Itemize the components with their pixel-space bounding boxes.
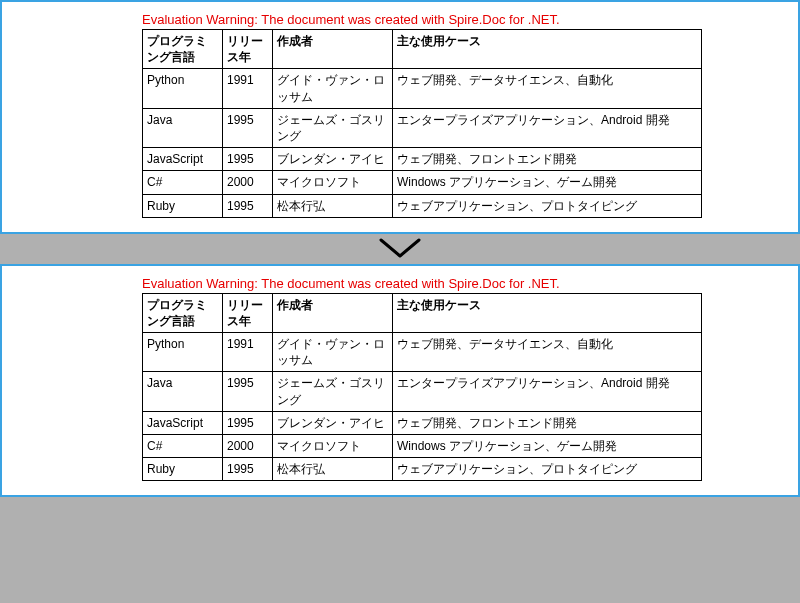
- cell-use: Windows アプリケーション、ゲーム開発: [393, 435, 702, 458]
- cell-creator: マイクロソフト: [273, 171, 393, 194]
- cell-year: 1995: [223, 458, 273, 481]
- cell-year: 2000: [223, 171, 273, 194]
- cell-year: 2000: [223, 435, 273, 458]
- cell-creator: 松本行弘: [273, 194, 393, 217]
- cell-use: ウェブ開発、フロントエンド開発: [393, 411, 702, 434]
- evaluation-warning: Evaluation Warning: The document was cre…: [142, 276, 778, 291]
- document-panel-before: Evaluation Warning: The document was cre…: [0, 0, 800, 234]
- cell-use: ウェブ開発、フロントエンド開発: [393, 148, 702, 171]
- programming-languages-table: プログラミング言語 リリース年 作成者 主な使用ケース Python 1991 …: [142, 29, 702, 218]
- cell-use: Windows アプリケーション、ゲーム開発: [393, 171, 702, 194]
- table-row: Ruby 1995 松本行弘 ウェブアプリケーション、プロトタイピング: [143, 194, 702, 217]
- header-use: 主な使用ケース: [393, 293, 702, 332]
- table-row: JavaScript 1995 ブレンダン・アイヒ ウェブ開発、フロントエンド開…: [143, 411, 702, 434]
- cell-year: 1995: [223, 194, 273, 217]
- cell-creator: ジェームズ・ゴスリング: [273, 108, 393, 147]
- cell-lang: C#: [143, 171, 223, 194]
- cell-creator: ブレンダン・アイヒ: [273, 148, 393, 171]
- cell-lang: Python: [143, 69, 223, 108]
- cell-creator: グイド・ヴァン・ロッサム: [273, 333, 393, 372]
- table-row: JavaScript 1995 ブレンダン・アイヒ ウェブ開発、フロントエンド開…: [143, 148, 702, 171]
- cell-lang: JavaScript: [143, 411, 223, 434]
- cell-lang: C#: [143, 435, 223, 458]
- table-row: Ruby 1995 松本行弘 ウェブアプリケーション、プロトタイピング: [143, 458, 702, 481]
- document-panel-after: Evaluation Warning: The document was cre…: [0, 264, 800, 498]
- header-use: 主な使用ケース: [393, 30, 702, 69]
- cell-lang: Java: [143, 372, 223, 411]
- cell-use: ウェブアプリケーション、プロトタイピング: [393, 458, 702, 481]
- table-row: Python 1991 グイド・ヴァン・ロッサム ウェブ開発、データサイエンス、…: [143, 69, 702, 108]
- chevron-down-icon: [377, 236, 423, 262]
- cell-lang: Python: [143, 333, 223, 372]
- cell-lang: Java: [143, 108, 223, 147]
- cell-use: ウェブアプリケーション、プロトタイピング: [393, 194, 702, 217]
- cell-use: ウェブ開発、データサイエンス、自動化: [393, 333, 702, 372]
- cell-year: 1995: [223, 108, 273, 147]
- header-year: リリース年: [223, 30, 273, 69]
- table-row: C# 2000 マイクロソフト Windows アプリケーション、ゲーム開発: [143, 171, 702, 194]
- header-creator: 作成者: [273, 30, 393, 69]
- table-row: Java 1995 ジェームズ・ゴスリング エンタープライズアプリケーション、A…: [143, 372, 702, 411]
- cell-use: エンタープライズアプリケーション、Android 開発: [393, 372, 702, 411]
- evaluation-warning: Evaluation Warning: The document was cre…: [142, 12, 778, 27]
- cell-use: ウェブ開発、データサイエンス、自動化: [393, 69, 702, 108]
- header-lang: プログラミング言語: [143, 30, 223, 69]
- header-creator: 作成者: [273, 293, 393, 332]
- header-year: リリース年: [223, 293, 273, 332]
- table-row: C# 2000 マイクロソフト Windows アプリケーション、ゲーム開発: [143, 435, 702, 458]
- table-header-row: プログラミング言語 リリース年 作成者 主な使用ケース: [143, 293, 702, 332]
- table-header-row: プログラミング言語 リリース年 作成者 主な使用ケース: [143, 30, 702, 69]
- cell-creator: ブレンダン・アイヒ: [273, 411, 393, 434]
- cell-use: エンタープライズアプリケーション、Android 開発: [393, 108, 702, 147]
- cell-lang: Ruby: [143, 194, 223, 217]
- cell-year: 1991: [223, 69, 273, 108]
- programming-languages-table-modified: プログラミング言語 リリース年 作成者 主な使用ケース Python 1991 …: [142, 293, 702, 482]
- cell-year: 1995: [223, 411, 273, 434]
- header-lang: プログラミング言語: [143, 293, 223, 332]
- table-row: Java 1995 ジェームズ・ゴスリング エンタープライズアプリケーション、A…: [143, 108, 702, 147]
- transform-arrow-row: [0, 234, 800, 264]
- cell-year: 1991: [223, 333, 273, 372]
- cell-lang: Ruby: [143, 458, 223, 481]
- cell-year: 1995: [223, 372, 273, 411]
- cell-creator: ジェームズ・ゴスリング: [273, 372, 393, 411]
- cell-lang: JavaScript: [143, 148, 223, 171]
- cell-year: 1995: [223, 148, 273, 171]
- cell-creator: 松本行弘: [273, 458, 393, 481]
- cell-creator: グイド・ヴァン・ロッサム: [273, 69, 393, 108]
- cell-creator: マイクロソフト: [273, 435, 393, 458]
- table-row: Python 1991 グイド・ヴァン・ロッサム ウェブ開発、データサイエンス、…: [143, 333, 702, 372]
